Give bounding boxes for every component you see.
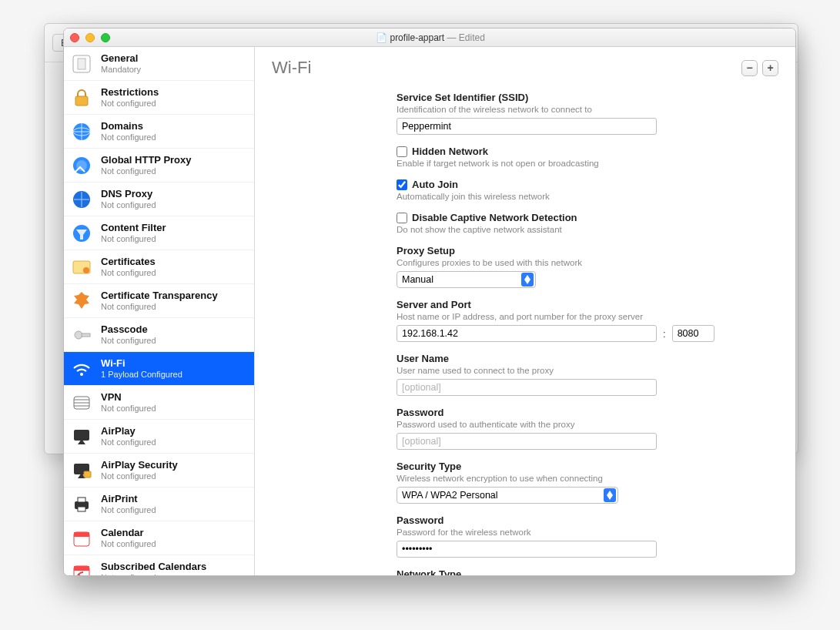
sidebar-item-sub: Mandatory [101, 65, 141, 75]
security-desc: Wireless network encryption to use when … [397, 474, 778, 483]
sidebar-item-cert-transparency[interactable]: Certificate TransparencyNot configured [64, 284, 254, 318]
sidebar-item-domains[interactable]: DomainsNot configured [64, 115, 254, 149]
globe-icon [70, 120, 93, 143]
proxy-pass-label: Password [397, 407, 778, 418]
general-icon [70, 52, 93, 75]
document-icon: 📄 [376, 32, 387, 43]
profile-window: 📄 profile-appart — Edited GeneralMandato… [63, 28, 796, 576]
svg-rect-2 [75, 96, 88, 106]
server-host-input[interactable] [397, 325, 657, 342]
sidebar-item-sub: Not configured [101, 132, 156, 143]
svg-rect-14 [82, 333, 90, 337]
sidebar-item-label: VPN [101, 391, 156, 404]
sidebar-item-label: Global HTTP Proxy [101, 154, 192, 166]
proxy-pass-desc: Password used to authenticate with the p… [397, 420, 778, 429]
wifi-icon [70, 357, 93, 380]
svg-point-15 [80, 373, 83, 376]
sidebar-item-sub: Not configured [101, 437, 156, 448]
zoom-icon[interactable] [101, 33, 110, 42]
svg-rect-28 [74, 566, 89, 571]
server-port-separator: : [663, 328, 666, 340]
globe-dns-icon [70, 188, 93, 211]
svg-rect-23 [78, 498, 85, 502]
security-select[interactable]: WPA / WPA2 Personal [397, 487, 618, 504]
remove-payload-button[interactable]: − [741, 60, 758, 76]
server-port-input[interactable] [672, 325, 715, 342]
captive-desc: Do not show the captive network assistan… [397, 225, 778, 234]
autojoin-checkbox[interactable] [397, 179, 407, 190]
netpass-desc: Password for the wireless network [397, 528, 778, 537]
sidebar-item-sub: Not configured [101, 99, 159, 109]
sidebar-item-dns-proxy[interactable]: DNS ProxyNot configured [64, 183, 254, 216]
captive-checkbox[interactable] [397, 213, 407, 223]
minimize-icon[interactable] [85, 33, 95, 42]
proxy-label: Proxy Setup [397, 245, 778, 256]
close-icon[interactable] [70, 33, 79, 42]
proxy-value: Manual [402, 274, 433, 285]
proxy-user-input[interactable] [397, 379, 657, 396]
sidebar-item-label: Content Filter [101, 222, 166, 234]
seal-icon [70, 290, 93, 313]
globe-filter-icon [70, 222, 93, 245]
svg-rect-26 [74, 532, 89, 537]
sidebar-item-label: DNS Proxy [101, 188, 156, 200]
sidebar-item-label: Domains [101, 120, 156, 132]
autojoin-label: Auto Join [412, 179, 458, 190]
netpass-input[interactable] [397, 541, 657, 558]
sidebar-item-label: AirPlay Security [101, 459, 178, 471]
sidebar-item-certificates[interactable]: CertificatesNot configured [64, 250, 254, 284]
sidebar-item-airplay[interactable]: AirPlayNot configured [64, 420, 254, 454]
hidden-checkbox[interactable] [397, 146, 407, 157]
sidebar-item-content-filter[interactable]: Content FilterNot configured [64, 216, 254, 250]
main-panel: Wi-Fi − + Service Set Identifier (SSID) … [255, 47, 795, 575]
sidebar-item-sub: Not configured [101, 268, 156, 279]
hidden-desc: Enable if target network is not open or … [397, 159, 778, 168]
sidebar-item-label: AirPlay [101, 425, 156, 437]
sidebar-item-sub: Not configured [101, 336, 156, 347]
sidebar-item-sub: Not configured [101, 200, 156, 211]
stepper-arrows-icon [521, 273, 534, 287]
proxy-user-label: User Name [397, 353, 778, 364]
sidebar-item-passcode[interactable]: PasscodeNot configured [64, 318, 254, 352]
svg-point-11 [83, 267, 89, 273]
sidebar-item-subscribed-calendars[interactable]: Subscribed CalendarsNot configured [64, 555, 254, 575]
sidebar-item-vpn[interactable]: VPNNot configured [64, 386, 254, 420]
sidebar-item-label: Certificate Transparency [101, 290, 218, 302]
sidebar-item-label: General [101, 52, 141, 65]
svg-rect-24 [78, 507, 85, 511]
sidebar-item-airplay-security[interactable]: AirPlay SecurityNot configured [64, 454, 254, 488]
svg-marker-12 [74, 292, 89, 309]
page-title: Wi-Fi [272, 58, 311, 78]
ssid-label: Service Set Identifier (SSID) [397, 92, 778, 103]
sidebar-item-calendar[interactable]: CalendarNot configured [64, 521, 254, 555]
sidebar-item-sub: Not configured [101, 539, 156, 550]
window-title: 📄 profile-appart — Edited [118, 32, 743, 43]
sidebar-item-http-proxy[interactable]: Global HTTP ProxyNot configured [64, 149, 254, 183]
sidebar-item-sub: Not configured [101, 505, 156, 516]
airplay-lock-icon [70, 459, 93, 482]
titlebar: 📄 profile-appart — Edited [64, 28, 795, 47]
sidebar-item-general[interactable]: GeneralMandatory [64, 47, 254, 81]
security-value: WPA / WPA2 Personal [402, 490, 498, 501]
sidebar-item-sub: Not configured [101, 234, 166, 245]
proxy-select[interactable]: Manual [397, 271, 536, 288]
sidebar-item-airprint[interactable]: AirPrintNot configured [64, 488, 254, 521]
hidden-label: Hidden Network [412, 146, 488, 157]
vpn-icon [70, 391, 93, 414]
sidebar-item-label: Calendar [101, 527, 156, 539]
netpass-label: Password [397, 514, 778, 526]
sidebar-item-sub: Not configured [101, 573, 206, 575]
sidebar-item-wifi[interactable]: Wi-Fi1 Payload Configured [64, 352, 254, 386]
proxy-pass-input[interactable] [397, 433, 657, 450]
add-payload-button[interactable]: + [762, 60, 778, 76]
svg-marker-32 [607, 495, 613, 500]
sidebar-item-sub: 1 Payload Configured [101, 370, 182, 380]
globe-proxy-icon [70, 154, 93, 177]
svg-marker-30 [524, 280, 530, 284]
ssid-input[interactable] [397, 118, 657, 135]
sidebar-item-label: Wi-Fi [101, 357, 182, 370]
calendar-rss-icon [70, 561, 93, 576]
sidebar-item-restrictions[interactable]: RestrictionsNot configured [64, 81, 254, 115]
security-label: Security Type [397, 461, 778, 472]
captive-label: Disable Captive Network Detection [412, 212, 577, 223]
